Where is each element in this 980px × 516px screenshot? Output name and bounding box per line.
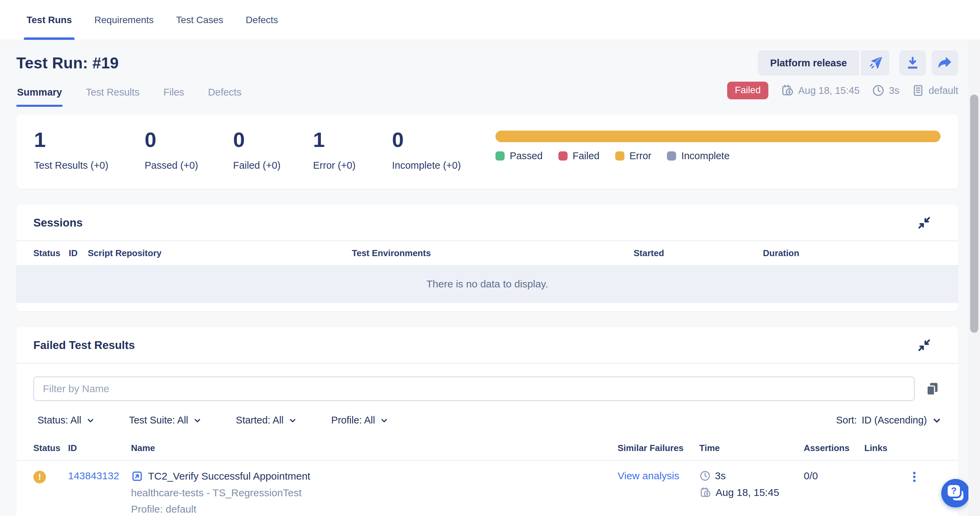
sessions-collapse-button[interactable] xyxy=(917,215,932,230)
result-id-link[interactable]: 143843132 xyxy=(68,470,131,515)
failed-results-header: Failed Test Results xyxy=(16,327,958,363)
filter-started[interactable]: Started: All xyxy=(236,414,297,426)
profile-meta: default xyxy=(912,84,958,97)
started-meta: Aug 18, 15:45 xyxy=(781,84,860,97)
row-menu-button[interactable] xyxy=(908,470,920,484)
stat-failed: 0 Failed (+0) xyxy=(233,129,313,171)
stat-label: Incomplete (+0) xyxy=(392,160,487,171)
filter-by-name-input[interactable] xyxy=(33,376,915,401)
clock-icon xyxy=(872,84,885,97)
download-icon xyxy=(905,56,920,70)
run-tab-files[interactable]: Files xyxy=(163,82,185,107)
result-assertions: 0/0 xyxy=(804,470,864,515)
legend-item-failed: Failed xyxy=(558,150,600,162)
result-row: ! 143843132 TC2_Verify Successful Appoin… xyxy=(16,460,958,515)
stat-error: 1 Error (+0) xyxy=(313,129,392,171)
stat-value: 0 xyxy=(233,129,313,150)
run-tab-label: Summary xyxy=(17,87,62,98)
legend-label: Incomplete xyxy=(681,150,730,162)
nav-tab-label: Test Runs xyxy=(27,14,72,25)
top-nav: Test Runs Requirements Test Cases Defect… xyxy=(0,0,980,40)
col-assertions: Assertions xyxy=(804,443,864,453)
sort-control[interactable]: Sort: ID (Ascending) xyxy=(836,414,942,426)
stat-value: 1 xyxy=(34,129,145,150)
sessions-empty-state: There is no data to display. xyxy=(16,265,958,303)
timer-calendar-icon xyxy=(781,84,794,97)
result-name: TC2_Verify Successful Appointment xyxy=(148,470,310,482)
col-id: ID xyxy=(69,248,88,259)
error-status-icon: ! xyxy=(33,471,46,483)
chevron-down-icon xyxy=(932,415,942,426)
duration-meta: 3s xyxy=(872,84,899,97)
legend-item-error: Error xyxy=(615,150,651,162)
nav-tab-requirements[interactable]: Requirements xyxy=(94,0,153,40)
run-tab-defects[interactable]: Defects xyxy=(207,82,242,107)
run-meta: Failed Aug 18, 15:45 3s xyxy=(727,82,958,107)
run-tabs-row: Summary Test Results Files Defects Faile… xyxy=(16,82,958,107)
nav-tab-test-runs[interactable]: Test Runs xyxy=(27,0,72,40)
document-list-icon xyxy=(912,84,924,97)
filter-label: Started: All xyxy=(236,414,283,426)
result-time-cell: 3s Aug 18, 15:45 xyxy=(699,470,804,515)
run-tab-summary[interactable]: Summary xyxy=(16,82,63,107)
passed-swatch xyxy=(495,151,504,160)
clock-icon xyxy=(699,470,711,482)
page-scrollbar-thumb[interactable] xyxy=(970,95,978,333)
platform-release-button[interactable]: Platform release xyxy=(758,50,859,76)
send-report-button[interactable] xyxy=(861,50,889,76)
filter-status[interactable]: Status: All xyxy=(37,414,95,426)
chevron-down-icon xyxy=(288,416,297,425)
filters-bar: Status: All Test Suite: All Started: All… xyxy=(16,401,958,426)
chevron-down-icon xyxy=(380,416,388,425)
stat-label: Test Results (+0) xyxy=(34,160,145,171)
copy-icon xyxy=(924,381,940,397)
col-time: Time xyxy=(699,443,804,453)
profile-value: default xyxy=(929,85,958,96)
col-status: Status xyxy=(33,443,68,453)
view-analysis-link[interactable]: View analysis xyxy=(617,470,699,515)
failed-results-title: Failed Test Results xyxy=(33,339,135,352)
col-id: ID xyxy=(68,443,131,453)
nav-tab-label: Defects xyxy=(246,14,278,25)
filter-label: Profile: All xyxy=(331,414,375,426)
legend-item-incomplete: Incomplete xyxy=(667,150,730,162)
col-script-repository: Script Repository xyxy=(88,248,352,259)
sessions-header: Sessions xyxy=(16,205,958,240)
page-header: Test Run: #19 Platform release xyxy=(16,50,958,76)
chevron-down-icon xyxy=(86,416,95,425)
nav-tab-defects[interactable]: Defects xyxy=(246,0,278,40)
run-tab-test-results[interactable]: Test Results xyxy=(85,82,140,107)
result-duration: 3s xyxy=(699,470,804,482)
col-started: Started xyxy=(633,248,763,259)
chevron-down-icon xyxy=(193,416,202,425)
failed-results-card: Failed Test Results Status: All xyxy=(16,327,958,516)
filter-profile[interactable]: Profile: All xyxy=(331,414,388,426)
empty-state-text: There is no data to display. xyxy=(426,278,548,290)
run-tab-label: Test Results xyxy=(86,87,140,98)
status-distribution: Passed Failed Error Incomplete xyxy=(495,129,940,162)
failed-results-collapse-button[interactable] xyxy=(917,338,932,353)
col-duration: Duration xyxy=(763,248,941,259)
stat-value: 1 xyxy=(313,129,392,150)
nav-tab-label: Requirements xyxy=(94,14,153,25)
nav-tab-test-cases[interactable]: Test Cases xyxy=(176,0,224,40)
col-similar-failures: Similar Failures xyxy=(617,443,699,453)
col-name: Name xyxy=(131,443,617,453)
status-legend: Passed Failed Error Incomplete xyxy=(495,150,940,162)
run-tab-label: Defects xyxy=(208,87,241,98)
stat-value: 0 xyxy=(145,129,233,150)
external-link-icon[interactable] xyxy=(131,470,143,482)
run-tab-label: Files xyxy=(163,87,184,98)
col-test-environments: Test Environments xyxy=(352,248,633,259)
copy-button[interactable] xyxy=(924,381,940,397)
filter-test-suite[interactable]: Test Suite: All xyxy=(129,414,202,426)
page-scrollbar-track xyxy=(969,40,980,516)
stat-total: 1 Test Results (+0) xyxy=(34,129,145,171)
active-tab-underline xyxy=(16,105,63,107)
download-button[interactable] xyxy=(899,50,926,76)
result-name-cell: TC2_Verify Successful Appointment health… xyxy=(131,470,617,515)
result-started: Aug 18, 15:45 xyxy=(699,486,804,499)
share-button[interactable] xyxy=(932,50,958,76)
duration-value: 3s xyxy=(715,470,726,482)
help-chat-button[interactable]: ? xyxy=(941,479,970,508)
